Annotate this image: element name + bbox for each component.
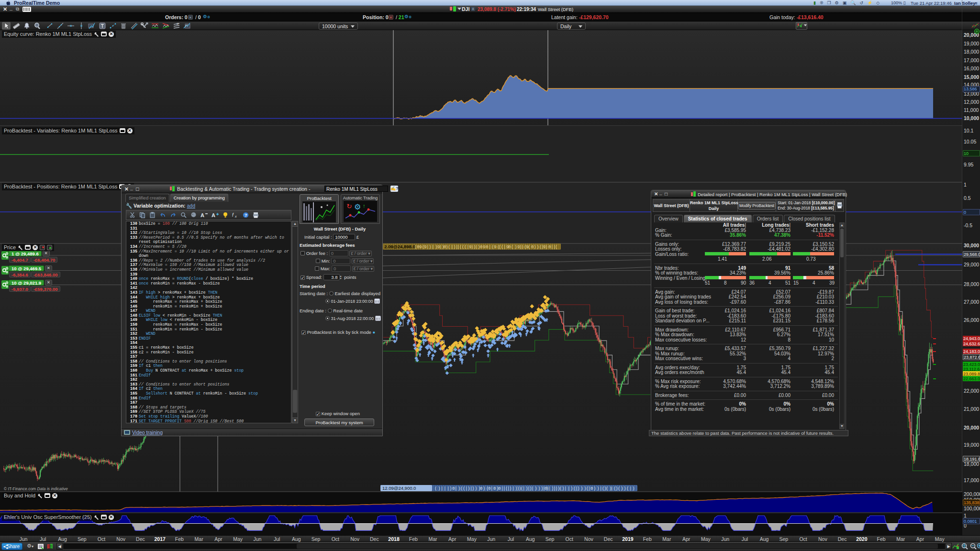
svg-text:↻: ↻ bbox=[346, 202, 352, 210]
svg-text:f: f bbox=[232, 212, 234, 218]
svg-text:?: ? bbox=[245, 213, 247, 218]
svg-text:“: “ bbox=[192, 213, 194, 217]
svg-text:↑: ↑ bbox=[363, 203, 366, 209]
svg-text:x: x bbox=[234, 215, 237, 218]
svg-text:⚙: ⚙ bbox=[354, 203, 361, 211]
svg-text:A: A bbox=[200, 212, 204, 218]
svg-text:A: A bbox=[212, 212, 215, 218]
